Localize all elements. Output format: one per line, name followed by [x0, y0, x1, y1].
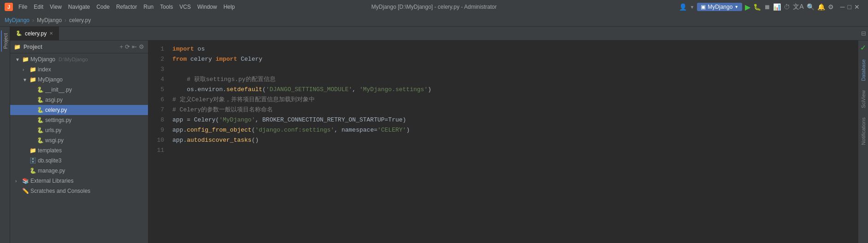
string-token: 'django.conf:settings': [255, 125, 334, 135]
sidebar-action-icons: + ⟳ ⇤ ⚙: [119, 43, 144, 50]
split-editor-icon[interactable]: ⊟: [861, 30, 866, 37]
run-button[interactable]: ▶: [745, 3, 750, 12]
string-token: 'DJANGO_SETTINGS_MODULE': [266, 85, 352, 95]
folder-icon: 📁: [30, 66, 36, 73]
tree-item-label: External Libraries: [30, 178, 73, 184]
tree-item-urls_py[interactable]: 🐍 urls.py: [10, 125, 148, 135]
tree-item-celery_py[interactable]: 🐍 celery.py: [10, 105, 148, 115]
code-line-3: [167, 64, 858, 75]
code-line-9: app.config_from_object('django.conf:sett…: [167, 125, 858, 135]
breadcrumb-parent[interactable]: MyDjango: [37, 17, 62, 23]
window-title: MyDjango [D:\MyDjango] - celery.py - Adm…: [372, 4, 497, 10]
app-logo: J: [5, 3, 13, 11]
param-token: BROKER_CONNECTION_RETRY_ON_STARTUP: [262, 115, 384, 125]
chevron-down-icon: ▼: [734, 5, 738, 9]
tree-item-db_sqlite3[interactable]: 🗄️ db.sqlite3: [10, 156, 148, 166]
tree-item-path: D:\MyDjango: [59, 57, 88, 62]
tree-item-manage_py[interactable]: 🐍 manage.py: [10, 166, 148, 176]
line-numbers: 1234567891011: [148, 40, 167, 243]
menu-window[interactable]: Window: [195, 3, 220, 11]
project-selector[interactable]: ▣ MyDjango ▼: [697, 3, 742, 11]
tree-item-templates[interactable]: 📁 templates: [10, 145, 148, 156]
python-file-icon: 🐍: [16, 30, 22, 36]
database-tab[interactable]: Database: [859, 55, 868, 86]
menu-vcs[interactable]: VCS: [177, 3, 194, 11]
tree-item-asgi_py[interactable]: 🐍 asgi.py: [10, 95, 148, 105]
notification-icon[interactable]: 🔔: [817, 3, 825, 11]
line-number-9: 9: [148, 125, 164, 135]
sync-icon[interactable]: ⟳: [125, 43, 130, 50]
stop-button[interactable]: ⏹: [764, 3, 770, 11]
coverage-button[interactable]: 📊: [773, 3, 781, 11]
code-line-1: import os: [167, 44, 858, 54]
sciview-tab[interactable]: SciView: [859, 86, 868, 113]
tab-close-button[interactable]: ✕: [49, 31, 53, 36]
maximize-button[interactable]: □: [848, 3, 851, 11]
tree-item-label: wsgi.py: [45, 137, 64, 144]
string-token: 'MyDjango.settings': [360, 85, 428, 95]
settings-icon[interactable]: ⚙: [828, 3, 834, 11]
menu-code[interactable]: Code: [94, 3, 112, 11]
python-icon: 🐍: [37, 107, 44, 113]
tree-item-label: MyDjango: [30, 56, 55, 63]
keyword-token: import: [172, 44, 194, 54]
tree-item-External-Libraries[interactable]: ›📚 External Libraries: [10, 176, 148, 186]
close-button[interactable]: ✕: [854, 3, 860, 11]
settings-gear-icon[interactable]: ⚙: [139, 43, 144, 50]
code-editor[interactable]: 1234567891011 import osfrom celery impor…: [148, 40, 858, 243]
param-token: namespace: [342, 125, 374, 135]
profile-button[interactable]: ⏱: [784, 3, 790, 11]
menu-file[interactable]: File: [16, 3, 30, 11]
breadcrumb-root[interactable]: MyDjango: [5, 17, 30, 23]
line-number-8: 8: [148, 115, 164, 125]
project-tab[interactable]: Project: [1, 30, 9, 52]
menu-edit[interactable]: Edit: [31, 3, 46, 11]
code-content[interactable]: import osfrom celery import Celery # 获取s…: [167, 40, 858, 243]
menu-bar: File Edit View Navigate Code Refactor Ru…: [16, 3, 237, 11]
notifications-tab[interactable]: Notifications: [859, 113, 868, 150]
tree-item-wsgi_py[interactable]: 🐍 wsgi.py: [10, 135, 148, 145]
menu-navigate[interactable]: Navigate: [65, 3, 93, 11]
tree-item-label: db.sqlite3: [38, 157, 61, 164]
python-icon: 🐍: [37, 97, 44, 103]
tree-item-MyDjango[interactable]: ▼📁 MyDjango: [10, 75, 148, 85]
scratch-icon: ✏️: [22, 188, 29, 194]
tree-item-label: index: [38, 66, 51, 73]
minimize-button[interactable]: ─: [840, 3, 845, 11]
tree-item-__init___py[interactable]: 🐍 __init__.py: [10, 85, 148, 95]
db-icon: 🗄️: [30, 157, 36, 164]
line-number-6: 6: [148, 95, 164, 105]
folder-icon: 📁: [30, 147, 36, 154]
menu-refactor[interactable]: Refactor: [113, 3, 140, 11]
breadcrumb-file[interactable]: celery.py: [69, 17, 91, 23]
breadcrumb-bar: MyDjango › MyDjango › celery.py: [0, 14, 868, 27]
string-token: 'CELERY': [378, 125, 406, 135]
menu-run[interactable]: Run: [141, 3, 156, 11]
line-number-11: 11: [148, 145, 164, 156]
checkmark-icon: ✓: [860, 40, 866, 55]
tree-item-Scratches-and-Consoles[interactable]: ✏️ Scratches and Consoles: [10, 186, 148, 196]
menu-tools[interactable]: Tools: [157, 3, 176, 11]
debug-button[interactable]: 🐛: [753, 3, 761, 11]
line-number-3: 3: [148, 64, 164, 75]
tree-arrow: ›: [23, 67, 28, 72]
python-icon: 🐍: [37, 127, 44, 133]
tab-celery-py[interactable]: 🐍 celery.py ✕: [10, 27, 59, 40]
tree-item-settings_py[interactable]: 🐍 settings.py: [10, 115, 148, 125]
menu-help[interactable]: Help: [221, 3, 238, 11]
user-icon[interactable]: 👤: [679, 3, 687, 11]
right-side-tabs: ✓ Database SciView Notifications: [858, 40, 868, 243]
sidebar-title: Project: [24, 44, 42, 50]
add-icon[interactable]: +: [119, 43, 123, 50]
tree-item-MyDjango[interactable]: ▼📁 MyDjangoD:\MyDjango: [10, 54, 148, 64]
dropdown-arrow[interactable]: ▼: [690, 5, 694, 10]
line-number-1: 1: [148, 44, 164, 54]
translate-icon[interactable]: 文A: [793, 3, 803, 11]
search-icon[interactable]: 🔍: [807, 3, 815, 11]
tree-item-index[interactable]: ›📁 index: [10, 64, 148, 75]
collapse-icon[interactable]: ⇤: [132, 43, 137, 50]
title-bar: J File Edit View Navigate Code Refactor …: [0, 0, 868, 14]
python-icon: 🐍: [37, 87, 44, 93]
python-icon: 🐍: [30, 168, 36, 174]
menu-view[interactable]: View: [47, 3, 65, 11]
